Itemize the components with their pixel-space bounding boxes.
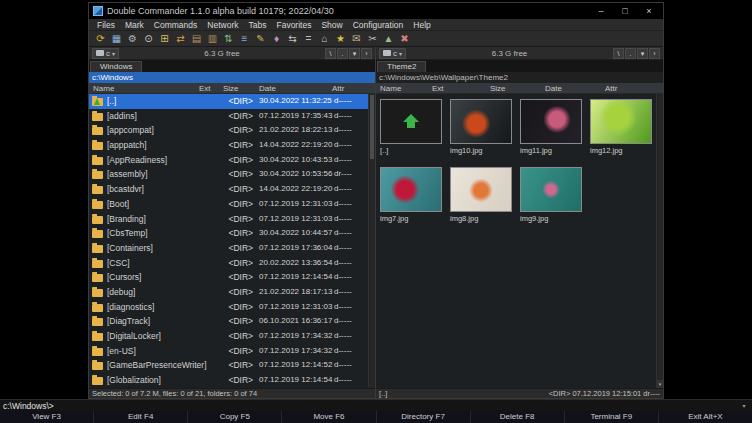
column-header-name[interactable]: Name [93,83,114,94]
equal-panels-icon[interactable]: = [301,31,316,46]
image-thumbnail[interactable] [520,167,582,212]
thumb-cell[interactable]: img11.jpg [520,99,582,155]
thumb-cell[interactable]: img7.jpg [380,167,442,223]
compare-icon[interactable]: ≡ [237,31,252,46]
left-drive-dropdown-button[interactable]: ▾ [349,48,360,59]
file-row[interactable]: [CSC]<DIR>20.02.2022 13:36:54d----- [89,256,375,271]
file-row[interactable]: [Containers]<DIR>07.12.2019 17:36:04d---… [89,241,375,256]
image-thumbnail[interactable] [590,99,652,144]
left-scrollbar-thumb[interactable] [370,95,374,159]
exit-icon[interactable]: ✖ [397,31,412,46]
search-icon[interactable]: ⊙ [141,31,156,46]
column-header-name[interactable]: Name [380,83,401,94]
parent-dir-icon[interactable]: ▲ [381,31,396,46]
left-scrollbar[interactable] [368,94,375,388]
options-icon[interactable]: ⚙ [125,31,140,46]
thumb-cell[interactable]: img8.jpg [450,167,512,223]
column-header-size[interactable]: Size [490,83,506,94]
fn-button-copy[interactable]: Copy F5 [187,411,281,423]
file-row[interactable]: [addins]<DIR>07.12.2019 17:35:43d----- [89,109,375,124]
column-header-ext[interactable]: Ext [199,83,211,94]
left-path-bar[interactable]: c:\Windows [89,72,375,83]
right-history-button[interactable]: › [649,48,660,59]
left-root-dir-button[interactable]: \ [325,48,336,59]
menu-item-mark[interactable]: Mark [120,19,149,31]
column-header-ext[interactable]: Ext [432,83,444,94]
file-row[interactable]: [DiagTrack]<DIR>06.10.2021 16:36:17d----… [89,314,375,329]
pack-icon[interactable]: ▤ [189,31,204,46]
file-row[interactable]: [DigitalLocker]<DIR>07.12.2019 17:34:32d… [89,329,375,344]
column-header-date[interactable]: Date [259,83,276,94]
file-row[interactable]: [Globalization]<DIR>07.12.2019 12:14:54d… [89,373,375,388]
swap-panels-icon[interactable]: ⇆ [285,31,300,46]
favorites-icon[interactable]: ★ [333,31,348,46]
up-dir-thumbnail[interactable] [380,99,442,144]
maximize-button[interactable]: □ [615,3,635,19]
close-button[interactable]: × [639,3,659,19]
left-parent-dir-button[interactable]: . [337,48,348,59]
multi-rename-icon[interactable]: ✎ [253,31,268,46]
cut-icon[interactable]: ✂ [365,31,380,46]
menu-item-show[interactable]: Show [316,19,347,31]
fn-button-directory[interactable]: Directory F7 [376,411,470,423]
properties-icon[interactable]: ♦ [269,31,284,46]
file-row[interactable]: [diagnostics]<DIR>07.12.2019 12:31:03d--… [89,300,375,315]
right-root-dir-button[interactable]: \ [613,48,624,59]
command-line[interactable]: c:\Windows\> ▾ [0,399,752,411]
fn-button-view[interactable]: View F3 [0,411,93,423]
refresh-icon[interactable]: ⟳ [93,31,108,46]
image-thumbnail[interactable] [450,167,512,212]
image-thumbnail[interactable] [450,99,512,144]
fn-button-exit[interactable]: Exit Alt+X [658,411,752,423]
column-header-size[interactable]: Size [223,83,239,94]
tab-windows[interactable]: Windows [90,61,142,72]
image-thumbnail[interactable] [380,167,442,212]
fn-button-edit[interactable]: Edit F4 [93,411,187,423]
right-scrollbar[interactable]: ▾ [656,94,663,388]
file-row[interactable]: [Boot]<DIR>07.12.2019 12:31:03d----- [89,197,375,212]
command-history-dropdown-icon[interactable]: ▾ [739,402,749,409]
file-row[interactable]: [appcompat]<DIR>21.02.2022 18:22:13d----… [89,123,375,138]
file-row[interactable]: [GameBarPresenceWriter]<DIR>07.12.2019 1… [89,358,375,373]
thumb-cell[interactable]: img9.jpg [520,167,582,223]
fn-button-delete[interactable]: Delete F8 [470,411,564,423]
menu-item-tabs[interactable]: Tabs [244,19,272,31]
minimize-button[interactable]: – [591,3,611,19]
tab-theme2[interactable]: Theme2 [377,61,426,72]
file-row[interactable]: [Cursors]<DIR>07.12.2019 12:14:54d----- [89,270,375,285]
file-row[interactable]: [debug]<DIR>21.02.2022 18:17:13d----- [89,285,375,300]
file-row[interactable]: [apppatch]<DIR>14.04.2022 22:19:20d----- [89,138,375,153]
menu-item-favorites[interactable]: Favorites [271,19,316,31]
fn-button-terminal[interactable]: Terminal F9 [564,411,658,423]
fn-button-move[interactable]: Move F6 [281,411,375,423]
thumb-cell[interactable]: img10.jpg [450,99,512,155]
menu-item-commands[interactable]: Commands [149,19,202,31]
column-header-date[interactable]: Date [545,83,562,94]
column-header-attr[interactable]: Attr [332,83,344,94]
move-icon[interactable]: ⇄ [173,31,188,46]
right-drive-combo[interactable]: c ▾ [379,48,406,59]
home-icon[interactable]: ⌂ [317,31,332,46]
menu-item-help[interactable]: Help [408,19,435,31]
menu-item-files[interactable]: Files [92,19,120,31]
image-thumbnail[interactable] [520,99,582,144]
file-row[interactable]: [AppReadiness]<DIR>30.04.2022 10:43:53d-… [89,153,375,168]
run-terminal-icon[interactable]: ▦ [109,31,124,46]
menu-item-network[interactable]: Network [202,19,243,31]
scroll-down-icon[interactable]: ▾ [657,380,663,388]
file-row[interactable]: [CbsTemp]<DIR>30.04.2022 10:44:57d----- [89,226,375,241]
unpack-icon[interactable]: ▥ [205,31,220,46]
right-drive-dropdown-button[interactable]: ▾ [637,48,648,59]
right-path-bar[interactable]: c:\Windows\Web\Wallpaper\Theme2 [376,72,663,83]
thumb-cell[interactable]: [..] [380,99,442,155]
file-row[interactable]: [en-US]<DIR>07.12.2019 17:34:32d----- [89,344,375,359]
thumb-cell[interactable]: img12.jpg [590,99,652,155]
mail-icon[interactable]: ✉ [349,31,364,46]
left-history-button[interactable]: › [361,48,372,59]
left-drive-combo[interactable]: c ▾ [92,48,119,59]
copy-icon[interactable]: ⊞ [157,31,172,46]
file-row[interactable]: [bcastdvr]<DIR>14.04.2022 22:19:20d----- [89,182,375,197]
menu-item-configuration[interactable]: Configuration [348,19,409,31]
file-row[interactable]: [Branding]<DIR>07.12.2019 12:31:03d----- [89,212,375,227]
sync-dirs-icon[interactable]: ⇅ [221,31,236,46]
